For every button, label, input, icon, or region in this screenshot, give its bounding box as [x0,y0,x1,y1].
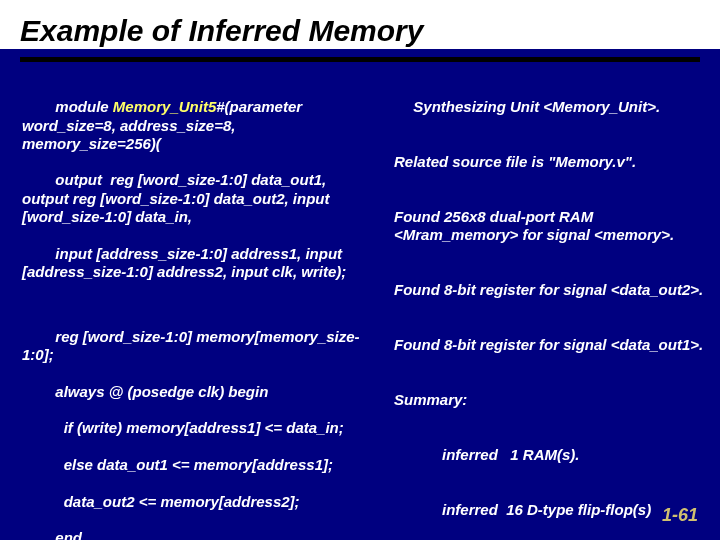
kw-module: module [55,98,113,115]
module-name: Memory_Unit5 [113,98,216,115]
code-reg: reg [word_size-1:0] memory[memory_size-1… [22,328,360,363]
code-if: if (write) memory[address1] <= data_in; [55,419,343,436]
r-line-2: Related source file is "Memory.v". [380,153,708,171]
r-line-4: Found 8-bit register for signal <data_ou… [380,281,708,299]
r-line-6: Summary: [380,391,708,409]
code-block-2: reg [word_size-1:0] memory[memory_size-1… [22,310,372,540]
code-else: else data_out1 <= memory[address1]; [55,456,333,473]
title-wrap: Example of Inferred Memory [0,4,720,47]
synth-report: Synthesizing Unit <Memory_Unit>. Related… [380,80,708,540]
code-block-1: module Memory_Unit5#(parameter word_size… [22,80,372,300]
page-number: 1-61 [662,505,698,526]
r-line-1: Synthesizing Unit <Memory_Unit>. [413,98,660,115]
code-assign: data_out2 <= memory[address2]; [55,493,299,510]
r-line-5: Found 8-bit register for signal <data_ou… [380,336,708,354]
title-band: Example of Inferred Memory [0,0,720,49]
r-line-7: inferred 1 RAM(s). [380,446,708,464]
slide-body: module Memory_Unit5#(parameter word_size… [0,62,720,540]
code-ports-2: input [address_size-1:0] address1, input… [22,245,346,280]
left-column: module Memory_Unit5#(parameter word_size… [22,80,372,540]
r-line-3: Found 256x8 dual-port RAM <Mram_memory> … [380,208,708,245]
code-end: end [55,529,82,540]
code-ports-1: output reg [word_size-1:0] data_out1, ou… [22,171,334,225]
right-column: Synthesizing Unit <Memory_Unit>. Related… [380,80,708,540]
slide: Example of Inferred Memory module Memory… [0,0,720,540]
code-always: always @ (posedge clk) begin [55,383,268,400]
r-line-8: inferred 16 D-type flip-flop(s) [380,501,708,519]
slide-title: Example of Inferred Memory [20,14,423,47]
